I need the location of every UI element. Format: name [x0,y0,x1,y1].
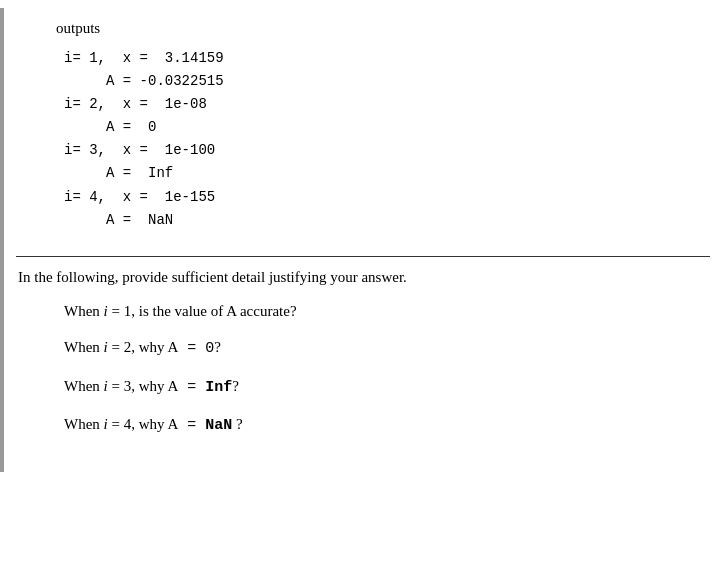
code-line-a3: A = Inf [64,162,698,185]
outputs-section: outputs i= 1, x = 3.14159 A = -0.0322515… [16,16,710,244]
q4-eq: = 4, why A [108,416,179,432]
code-line-i2: i= 2, x = 1e-08 [64,93,698,116]
question-4: When i = 4, why A = NaN ? [64,413,698,438]
q4-suffix: ? [232,416,242,432]
code-line-i1: i= 1, x = 3.14159 [64,47,698,70]
q3-eq: = 3, why A [108,378,179,394]
outputs-title: outputs [28,20,698,37]
q1-prefix: When [64,303,104,319]
q3-mono: = [178,379,205,396]
q2-prefix: When [64,339,104,355]
code-line-i3: i= 3, x = 1e-100 [64,139,698,162]
q4-mono: = [178,417,205,434]
q4-bold: NaN [205,417,232,434]
question-2: When i = 2, why A = 0? [64,336,698,361]
instruction-section: In the following, provide sufficient det… [16,269,710,464]
question-3: When i = 3, why A = Inf? [64,375,698,400]
code-line-a1: A = -0.0322515 [64,70,698,93]
code-line-a4: A = NaN [64,209,698,232]
q2-suffix: ? [214,339,221,355]
q3-prefix: When [64,378,104,394]
q2-mono: = 0 [178,340,214,357]
code-block: i= 1, x = 3.14159 A = -0.0322515 i= 2, x… [28,47,698,232]
code-line-i4: i= 4, x = 1e-155 [64,186,698,209]
q4-prefix: When [64,416,104,432]
q3-bold: Inf [205,379,232,396]
instruction-text: In the following, provide sufficient det… [16,269,698,286]
questions-list: When i = 1, is the value of A accurate? … [16,300,698,438]
code-line-a2: A = 0 [64,116,698,139]
section-divider [16,256,710,257]
q2-eq: = 2, why A [108,339,179,355]
question-1: When i = 1, is the value of A accurate? [64,300,698,323]
q3-suffix: ? [232,378,239,394]
q1-eq: = 1, is the value of A accurate? [108,303,297,319]
